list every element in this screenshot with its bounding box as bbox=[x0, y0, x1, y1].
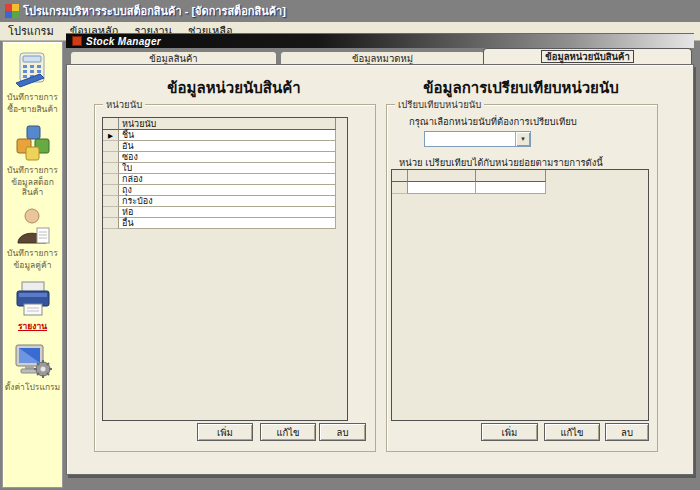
unit-cell: ใบ bbox=[119, 163, 336, 174]
sidebar-item-settings[interactable]: ตั้งค่าโปรแกรม bbox=[4, 340, 62, 392]
compare-groupbox: เปรียบเทียบหน่วยนับ กรุณาเลือกหน่วยนับที… bbox=[386, 104, 658, 452]
tab-strip: ข้อมูลสินค้า ข้อมูลหมวดหมู่ ข้อมูลหน่วยน… bbox=[66, 48, 694, 64]
compare-column-header-1 bbox=[408, 170, 476, 182]
unit-cell: กระป๋อง bbox=[119, 196, 336, 207]
unit-cell: ชิ้น bbox=[119, 130, 336, 141]
unit-cell: อัน bbox=[119, 141, 336, 152]
table-row[interactable]: ซอง bbox=[103, 152, 347, 163]
edit-compare-button[interactable]: แก้ไข bbox=[544, 423, 600, 441]
row-selector: ▶ bbox=[103, 130, 119, 141]
table-row[interactable]: ใบ bbox=[103, 163, 347, 174]
row-selector bbox=[392, 182, 408, 194]
calculator-pen-icon bbox=[13, 50, 53, 90]
table-row[interactable]: กล่อง bbox=[103, 174, 347, 185]
select-unit-label: กรุณาเลือกหน่วยนับที่ต้องการเปรียบเทียบ bbox=[409, 114, 577, 129]
table-row[interactable]: อื่น bbox=[103, 218, 347, 229]
colored-boxes-icon bbox=[13, 123, 53, 163]
tab-product-data[interactable]: ข้อมูลสินค้า bbox=[70, 51, 277, 64]
row-selector bbox=[103, 196, 119, 207]
compare-column-header-2 bbox=[476, 170, 546, 182]
compare-table[interactable] bbox=[391, 169, 649, 421]
compare-cell bbox=[408, 182, 476, 194]
add-compare-button[interactable]: เพิ่ม bbox=[481, 423, 538, 441]
tab-content: ข้อมูลหน่วยนับสินค้า หน่วยนับ หน่วยนับ ▶… bbox=[66, 64, 694, 475]
unit-table-header: หน่วยนับ bbox=[103, 118, 347, 130]
unit-cell: ซอง bbox=[119, 152, 336, 163]
unit-table-body: ▶ชิ้นอันซองใบกล่องถุงกระป๋องห่ออื่น bbox=[103, 130, 347, 229]
table-row[interactable]: ห่อ bbox=[103, 207, 347, 218]
sidebar-item-label: ข้อมูลสต็อกสินค้า bbox=[4, 177, 62, 197]
printer-icon bbox=[13, 279, 53, 319]
table-row[interactable]: กระป๋อง bbox=[103, 196, 347, 207]
sidebar-item-reports[interactable]: รายงาน bbox=[4, 279, 62, 331]
computer-gear-icon bbox=[13, 340, 53, 380]
row-selector bbox=[103, 185, 119, 196]
sidebar: บันทึกรายการ ซื้อ-ขายสินค้า บันทึกรายการ… bbox=[2, 41, 63, 488]
row-selector bbox=[103, 218, 119, 229]
delete-unit-button[interactable]: ลบ bbox=[319, 423, 366, 441]
selector-column-header bbox=[392, 170, 408, 182]
row-selector bbox=[103, 163, 119, 174]
sidebar-item-label: บันทึกรายการ bbox=[7, 92, 58, 102]
unit-groupbox: หน่วยนับ หน่วยนับ ▶ชิ้นอันซองใบกล่องถุงก… bbox=[94, 104, 376, 452]
compare-table-body bbox=[392, 182, 648, 194]
person-document-icon bbox=[13, 206, 53, 246]
compare-groupbox-label: เปรียบเทียบหน่วยนับ bbox=[395, 99, 484, 110]
sidebar-item-buy-sell[interactable]: บันทึกรายการ ซื้อ-ขายสินค้า bbox=[4, 50, 62, 114]
edit-unit-button[interactable]: แก้ไข bbox=[260, 423, 316, 441]
sidebar-item-label: ข้อมูลคู่ค้า bbox=[14, 260, 52, 270]
tab-category-data[interactable]: ข้อมูลหมวดหมู่ bbox=[280, 51, 485, 64]
sidebar-item-label: ตั้งค่าโปรแกรม bbox=[5, 382, 60, 392]
sidebar-item-label: ซื้อ-ขายสินค้า bbox=[7, 104, 58, 114]
unit-cell: ถุง bbox=[119, 185, 336, 196]
table-row[interactable]: ถุง bbox=[103, 185, 347, 196]
unit-cell: ห่อ bbox=[119, 207, 336, 218]
stock-manager-header: Stock Manager bbox=[66, 33, 694, 48]
sidebar-item-label: บันทึกรายการ bbox=[7, 165, 58, 175]
row-selector bbox=[103, 174, 119, 185]
delete-compare-button[interactable]: ลบ bbox=[605, 423, 649, 441]
unit-cell: กล่อง bbox=[119, 174, 336, 185]
row-selector bbox=[103, 141, 119, 152]
add-unit-button[interactable]: เพิ่ม bbox=[197, 423, 253, 441]
compare-cell bbox=[476, 182, 546, 194]
sidebar-item-label-reports: รายงาน bbox=[18, 321, 47, 331]
left-panel-title: ข้อมูลหน่วยนับสินค้า bbox=[94, 76, 374, 100]
unit-combobox[interactable]: ▼ bbox=[424, 131, 531, 147]
row-selector bbox=[103, 207, 119, 218]
sidebar-item-stock-data[interactable]: บันทึกรายการ ข้อมูลสต็อกสินค้า bbox=[4, 123, 62, 197]
unit-column-header: หน่วยนับ bbox=[119, 118, 336, 130]
application-window: โปรแกรมบริหารระบบสต็อกสินค้า - [จัดการสต… bbox=[0, 0, 700, 490]
stock-manager-title: Stock Manager bbox=[86, 36, 161, 47]
unit-combobox-value bbox=[425, 132, 515, 146]
row-selector bbox=[103, 152, 119, 163]
title-bar[interactable]: โปรแกรมบริหารระบบสต็อกสินค้า - [จัดการสต… bbox=[0, 0, 700, 22]
stock-manager-icon bbox=[72, 36, 82, 46]
selector-column-header bbox=[103, 118, 119, 130]
unit-table[interactable]: หน่วยนับ ▶ชิ้นอันซองใบกล่องถุงกระป๋องห่อ… bbox=[102, 117, 348, 421]
table-row[interactable] bbox=[392, 182, 648, 194]
tab-unit-data[interactable]: ข้อมูลหน่วยนับสินค้า bbox=[483, 48, 692, 64]
unit-groupbox-label: หน่วยนับ bbox=[103, 99, 145, 110]
unit-cell: อื่น bbox=[119, 218, 336, 229]
app-icon bbox=[5, 4, 19, 18]
table-row[interactable]: ▶ชิ้น bbox=[103, 130, 347, 141]
sidebar-item-partners[interactable]: บันทึกรายการ ข้อมูลคู่ค้า bbox=[4, 206, 62, 270]
compare-table-label: หน่วย เปรียบเทียบได้กับหน่วยย่อยตามรายกา… bbox=[399, 155, 603, 170]
window-title: โปรแกรมบริหารระบบสต็อกสินค้า - [จัดการสต… bbox=[23, 2, 286, 20]
sidebar-item-label: บันทึกรายการ bbox=[7, 248, 58, 258]
compare-table-header bbox=[392, 170, 648, 182]
stock-manager-window: Stock Manager ข้อมูลสินค้า ข้อมูลหมวดหมู… bbox=[66, 33, 694, 475]
chevron-down-icon[interactable]: ▼ bbox=[515, 132, 530, 146]
right-panel-title: ข้อมูลการเปรียบเทียบหน่วยนับ bbox=[386, 76, 656, 100]
table-row[interactable]: อัน bbox=[103, 141, 347, 152]
menu-program[interactable]: โปรแกรม bbox=[0, 21, 62, 41]
